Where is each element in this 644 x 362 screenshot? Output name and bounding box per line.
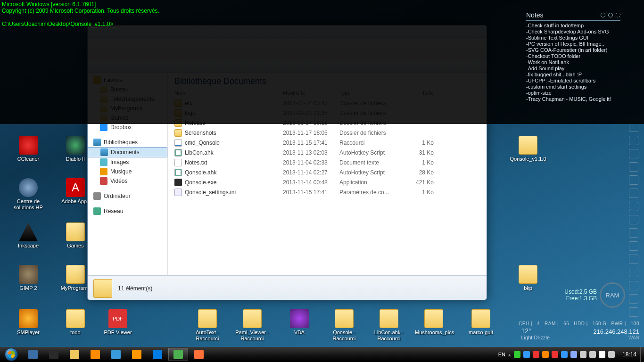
console-line: Microsoft Windows [version 6.1.7601] xyxy=(2,1,96,8)
desktop-icon-paml[interactable]: Paml_Viewer - Raccourci xyxy=(233,309,271,342)
itunes-icon xyxy=(111,350,121,359)
file-row[interactable]: Qonsole_settings.ini2013-11-15 17:41Para… xyxy=(168,187,487,197)
taskbar-pin-chrome[interactable] xyxy=(168,348,188,361)
desktop-icon-libcon-shortcut[interactable]: LibCon.ahk - Raccourci xyxy=(370,309,408,342)
folder-icon xyxy=(243,309,262,328)
ahk-icon xyxy=(174,149,182,156)
gear-icon[interactable] xyxy=(616,13,620,17)
file-row[interactable]: LibCon.ahk2013-11-13 02:03AutoHotkey Scr… xyxy=(168,148,487,157)
tray-icon[interactable] xyxy=(533,351,539,358)
tray-icon[interactable] xyxy=(552,351,558,358)
rainmeter-sidebar[interactable] xyxy=(629,123,641,317)
file-row[interactable]: Qonsole.ahk2013-11-14 02:27AutoHotkey Sc… xyxy=(168,167,487,177)
start-button[interactable] xyxy=(0,347,23,362)
nav-images[interactable]: Images xyxy=(88,157,167,167)
app-icon[interactable] xyxy=(629,268,638,277)
desktop-icon-pdfviewer[interactable]: PDFPDF-Viewer xyxy=(99,309,137,336)
folder-icon xyxy=(66,309,85,328)
taskbar-pin-dropbox[interactable] xyxy=(148,348,167,361)
trash-icon[interactable] xyxy=(629,307,638,317)
desktop-icon-bkp[interactable]: bkp xyxy=(509,265,547,291)
taskbar-pin-wmplayer[interactable] xyxy=(85,348,105,361)
app-icon[interactable] xyxy=(629,189,638,198)
nav-music[interactable]: Musique xyxy=(88,167,167,176)
notes-controls[interactable] xyxy=(601,13,620,17)
tray-icon[interactable] xyxy=(514,351,520,358)
desktop-icon-mushrooms[interactable]: Mushrooms_pics xyxy=(415,309,453,336)
app-icon[interactable] xyxy=(629,228,638,238)
app-icon[interactable] xyxy=(629,281,638,290)
app-icon[interactable] xyxy=(629,175,638,185)
power-icon[interactable] xyxy=(629,123,638,132)
nav-network[interactable]: Réseau xyxy=(88,206,167,216)
tray-icon[interactable] xyxy=(523,351,530,358)
nav-dropbox[interactable]: Dropbox xyxy=(88,123,167,132)
tray-icon[interactable] xyxy=(570,351,577,358)
nav-documents[interactable]: Documents xyxy=(88,147,167,157)
volume-icon[interactable] xyxy=(589,351,596,358)
show-desktop-button[interactable] xyxy=(640,347,644,362)
tray-icon[interactable] xyxy=(542,351,549,358)
folder-icon xyxy=(66,222,85,241)
computer-icon xyxy=(93,192,101,200)
desktop-icon-ccleaner[interactable]: CCleaner xyxy=(9,136,47,162)
battery-icon[interactable] xyxy=(608,351,615,358)
desktop-icon-todo[interactable]: todo xyxy=(57,309,94,336)
circle-icon[interactable] xyxy=(608,13,613,17)
stats-widget: CPU |4 RAM |66 HDD |150 G PWR |100 xyxy=(519,321,639,327)
nav-libraries[interactable]: Bibliothèques xyxy=(88,138,167,147)
app-icon[interactable] xyxy=(629,202,638,211)
network-icon[interactable] xyxy=(580,351,586,358)
language-indicator[interactable]: EN xyxy=(498,352,505,357)
taskbar-clock[interactable]: 18:14 xyxy=(619,351,640,358)
file-size: 1 Ko xyxy=(405,140,434,146)
tray-expand-icon[interactable]: ▴ xyxy=(508,352,511,358)
user-icon[interactable] xyxy=(629,149,638,158)
windows-icon[interactable] xyxy=(629,162,638,172)
app-icon[interactable] xyxy=(629,255,638,264)
nav-computer[interactable]: Ordinateur xyxy=(88,191,167,201)
folder-icon xyxy=(519,265,537,284)
inkscape-icon xyxy=(19,222,38,241)
system-tray[interactable]: EN ▴ xyxy=(495,351,619,358)
desktop-icon-vba[interactable]: VBA xyxy=(281,309,318,336)
show-desktop-icon xyxy=(28,350,38,359)
circle-icon[interactable] xyxy=(601,13,605,17)
file-name: Qonsole.exe xyxy=(185,179,216,186)
desktop-icon-hp[interactable]: Centre de solutions HP xyxy=(9,178,47,211)
taskbar-pin-itunes[interactable] xyxy=(106,348,126,361)
weather-widget: 12° Light Drizzle xyxy=(521,327,550,340)
taskbar-pin-explorer[interactable] xyxy=(65,348,84,361)
app-icon[interactable] xyxy=(629,294,638,304)
taskbar-pin-firefox[interactable] xyxy=(189,348,209,361)
desktop-icon-qonsole-folder[interactable]: Qonsole_v1.1.0 xyxy=(509,136,547,162)
nav-videos[interactable]: Vidéos xyxy=(88,176,167,186)
ip-widget: 216.246.248.121 WAN xyxy=(593,328,639,340)
taskbar[interactable]: EN ▴ 18:14 xyxy=(0,347,644,362)
file-row[interactable]: Screenshots2013-11-17 18:05Dossier de fi… xyxy=(168,128,487,138)
file-row[interactable]: cmd_Qonsole2013-11-15 17:41Raccourci1 Ko xyxy=(168,138,487,148)
desktop-icon-marco[interactable]: marco-guit xyxy=(462,309,500,336)
file-date: 2013-11-17 18:05 xyxy=(283,130,339,136)
exe-icon xyxy=(174,179,182,186)
taskbar-pin-show-desktop[interactable] xyxy=(23,348,43,361)
desktop-icon-smplayer[interactable]: SMPlayer xyxy=(9,309,47,336)
ram-widget: Used:2.5 GB Free:1.3 GB RAM xyxy=(564,282,625,308)
desktop-icon-autotext[interactable]: AutoText - Raccourci xyxy=(189,309,226,342)
app-icon[interactable] xyxy=(629,241,638,251)
file-row[interactable]: Qonsole.exe2013-11-14 00:48Application42… xyxy=(168,177,487,187)
desktop-icon-inkscape[interactable]: Inkscape xyxy=(9,222,47,249)
console-prompt[interactable]: C:\Users\Joachim\Desktop\Qonsole_v1.1.0>… xyxy=(2,21,116,27)
tray-icon[interactable] xyxy=(561,351,568,358)
notes-widget[interactable]: Notes -Check stuff in todo/temp-Check Sh… xyxy=(526,11,620,102)
desktop-icon-qonsole-shortcut[interactable]: Qonsole - Raccourci xyxy=(325,309,363,342)
app-icon[interactable] xyxy=(629,215,638,224)
desktop-icon-gimp[interactable]: GIMP 2 xyxy=(9,265,47,291)
taskbar-pin-sublime[interactable] xyxy=(127,348,147,361)
settings-icon[interactable] xyxy=(629,136,638,145)
ip-address: 216.246.248.121 xyxy=(593,328,639,335)
taskbar-pin-task-view[interactable] xyxy=(44,348,64,361)
notes-line: -Check stuff in todo/temp xyxy=(526,23,620,29)
action-center-icon[interactable] xyxy=(599,351,605,358)
file-row[interactable]: Notes.txt2013-11-04 02:33Document texte1… xyxy=(168,157,487,167)
